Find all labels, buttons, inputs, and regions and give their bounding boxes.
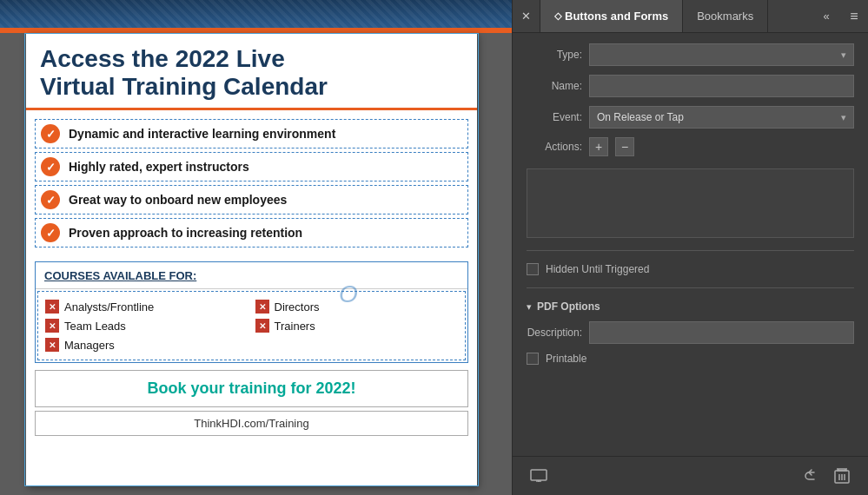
- actions-label: Actions:: [527, 141, 582, 153]
- remove-action-button[interactable]: −: [615, 137, 634, 156]
- panel-footer: [513, 456, 868, 495]
- panel-close-button[interactable]: ✕: [513, 0, 540, 32]
- printable-row: Printable: [527, 353, 854, 365]
- course-x-icon: ✕: [45, 319, 59, 333]
- tab-bookmarks[interactable]: Bookmarks: [683, 0, 768, 32]
- course-x-icon: ✕: [45, 338, 59, 352]
- course-x-icon: ✕: [255, 319, 269, 333]
- printable-label: Printable: [546, 353, 586, 365]
- course-x-icon: ✕: [45, 300, 59, 314]
- name-field-row: Name:: [527, 75, 854, 97]
- delete-icon[interactable]: [830, 464, 854, 488]
- course-item: ✕ Team Leads: [45, 316, 248, 335]
- canvas-area: Access the 2022 Live Virtual Training Ca…: [0, 0, 512, 495]
- panel-tabs: ◇ Buttons and Forms Bookmarks: [540, 0, 812, 32]
- book-button[interactable]: Book your training for 2022!: [35, 370, 468, 407]
- doc-heading: Access the 2022 Live Virtual Training Ca…: [40, 45, 463, 101]
- courses-header: COURSES AVAILABLE FOR:: [36, 262, 467, 289]
- title-underline: [26, 108, 477, 110]
- event-select-value: On Release or Tap: [597, 111, 684, 123]
- name-label: Name:: [527, 80, 582, 92]
- type-field-row: Type: ▾: [527, 43, 854, 66]
- add-action-button[interactable]: +: [589, 137, 608, 156]
- courses-grid: ✕ Analysts/Frontline ✕ Team Leads ✕ Mana…: [37, 291, 466, 360]
- chevron-down-icon: ▾: [527, 301, 532, 313]
- description-field-row: Description:: [527, 321, 854, 344]
- hidden-until-triggered-checkbox[interactable]: [527, 263, 539, 275]
- description-input[interactable]: [589, 321, 854, 344]
- actions-list-area: [527, 168, 854, 238]
- bullet-item: ✓ Dynamic and interactive learning envir…: [35, 119, 468, 148]
- footer-icons-right: [798, 464, 854, 488]
- screen-preview-icon[interactable]: [527, 464, 551, 488]
- type-select[interactable]: ▾: [589, 43, 854, 66]
- top-pattern: [0, 0, 512, 28]
- course-item: ✕ Trainers: [255, 316, 459, 335]
- name-input[interactable]: [589, 75, 854, 97]
- panel-collapse-button[interactable]: «: [812, 0, 840, 32]
- actions-row: Actions: + −: [527, 137, 854, 156]
- doc-top-bar: [0, 0, 512, 28]
- course-x-icon: ✕: [255, 300, 269, 314]
- right-panel: ✕ ◇ Buttons and Forms Bookmarks « ≡ Type…: [512, 0, 868, 495]
- book-section: Book your training for 2022! ThinkHDI.co…: [35, 370, 468, 436]
- hidden-until-triggered-row: Hidden Until Triggered: [527, 263, 854, 275]
- course-item: ✕ Directors: [255, 297, 459, 316]
- bullet-check-icon-4: ✓: [41, 223, 60, 242]
- bullet-check-icon-3: ✓: [41, 190, 60, 209]
- panel-menu-button[interactable]: ≡: [840, 0, 868, 32]
- event-label: Event:: [527, 111, 582, 123]
- pdf-options-label: PDF Options: [537, 300, 600, 313]
- bullet-check-icon-1: ✓: [41, 124, 60, 143]
- svg-rect-0: [531, 470, 547, 480]
- printable-checkbox[interactable]: [527, 353, 539, 365]
- chevron-down-icon: ▾: [841, 112, 846, 123]
- bullet-check-icon-2: ✓: [41, 157, 60, 176]
- pdf-options-section-header[interactable]: ▾ PDF Options: [527, 300, 854, 313]
- course-item: ✕ Managers: [45, 335, 248, 354]
- bullet-item: ✓ Proven approach to increasing retentio…: [35, 218, 468, 248]
- doc-page: Access the 2022 Live Virtual Training Ca…: [26, 33, 477, 486]
- reset-icon[interactable]: [798, 464, 823, 488]
- hidden-until-triggered-label: Hidden Until Triggered: [546, 263, 649, 275]
- doc-title: Access the 2022 Live Virtual Training Ca…: [26, 33, 477, 108]
- bullet-item: ✓ Highly rated, expert instructors: [35, 152, 468, 182]
- panel-body: Type: ▾ Name: Event: On Release or Tap ▾…: [513, 33, 868, 456]
- tab-buttons-forms[interactable]: ◇ Buttons and Forms: [540, 0, 683, 32]
- bullet-item: ✓ Great way to onboard new employees: [35, 185, 468, 214]
- event-select[interactable]: On Release or Tap ▾: [589, 106, 854, 129]
- panel-header: ✕ ◇ Buttons and Forms Bookmarks « ≡: [513, 0, 868, 33]
- description-label: Description:: [527, 327, 582, 339]
- event-field-row: Event: On Release or Tap ▾: [527, 106, 854, 129]
- chevron-down-icon: ▾: [841, 50, 846, 61]
- courses-section: COURSES AVAILABLE FOR: ✕ Analysts/Frontl…: [35, 261, 468, 363]
- panel-divider-1: [527, 250, 854, 251]
- type-label: Type:: [527, 49, 582, 61]
- courses-col-2: ✕ Directors ✕ Trainers: [252, 295, 462, 356]
- panel-divider-2: [527, 287, 854, 288]
- bullet-items-container: ✓ Dynamic and interactive learning envir…: [26, 116, 477, 254]
- book-link: ThinkHDI.com/Training: [35, 411, 468, 436]
- tab-icon-buttons-forms: ◇: [554, 10, 561, 22]
- courses-col-1: ✕ Analysts/Frontline ✕ Team Leads ✕ Mana…: [42, 295, 252, 356]
- course-item: ✕ Analysts/Frontline: [45, 297, 248, 316]
